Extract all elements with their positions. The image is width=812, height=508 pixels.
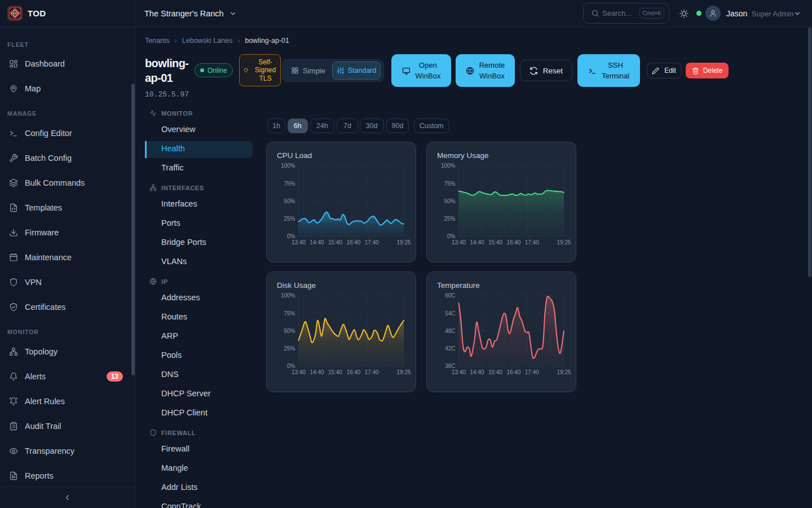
svg-text:13:40: 13:40 (292, 369, 306, 375)
svg-text:19:25: 19:25 (396, 369, 411, 375)
svg-text:42C: 42C (445, 345, 455, 352)
svg-text:19:25: 19:25 (396, 239, 411, 246)
svg-text:50%: 50% (444, 198, 455, 204)
svg-text:13:40: 13:40 (452, 369, 466, 375)
svg-text:75%: 75% (284, 181, 295, 187)
svg-text:50%: 50% (284, 328, 295, 334)
svg-text:0%: 0% (287, 233, 295, 239)
svg-text:14:40: 14:40 (470, 239, 484, 246)
svg-text:17:40: 17:40 (365, 369, 379, 375)
svg-text:25%: 25% (284, 345, 295, 352)
svg-text:17:40: 17:40 (525, 239, 539, 246)
svg-text:100%: 100% (281, 292, 295, 299)
svg-text:14:40: 14:40 (470, 369, 484, 375)
svg-text:16:40: 16:40 (506, 369, 520, 375)
svg-text:15:40: 15:40 (328, 369, 342, 375)
svg-text:15:40: 15:40 (488, 369, 502, 375)
svg-text:0%: 0% (447, 233, 456, 239)
svg-text:25%: 25% (284, 216, 295, 222)
svg-text:15:40: 15:40 (488, 239, 502, 246)
svg-text:17:40: 17:40 (365, 239, 379, 246)
svg-text:16:40: 16:40 (506, 239, 520, 246)
svg-text:75%: 75% (444, 181, 455, 187)
svg-text:13:40: 13:40 (452, 239, 466, 246)
svg-text:100%: 100% (281, 163, 295, 169)
svg-text:75%: 75% (284, 310, 295, 317)
svg-text:0%: 0% (287, 363, 295, 369)
svg-text:17:40: 17:40 (525, 369, 539, 375)
svg-text:19:25: 19:25 (557, 239, 571, 246)
svg-text:48C: 48C (445, 328, 455, 334)
svg-text:16:40: 16:40 (346, 239, 360, 246)
svg-text:25%: 25% (444, 216, 455, 222)
svg-text:16:40: 16:40 (346, 369, 360, 375)
svg-text:19:25: 19:25 (557, 369, 571, 375)
svg-text:100%: 100% (441, 163, 456, 169)
svg-text:50%: 50% (284, 198, 295, 204)
svg-text:60C: 60C (445, 292, 455, 299)
svg-text:14:40: 14:40 (310, 239, 324, 246)
svg-text:54C: 54C (445, 310, 455, 317)
svg-text:13:40: 13:40 (292, 239, 306, 246)
svg-text:14:40: 14:40 (310, 369, 324, 375)
svg-text:36C: 36C (445, 363, 455, 369)
svg-text:15:40: 15:40 (328, 239, 342, 246)
